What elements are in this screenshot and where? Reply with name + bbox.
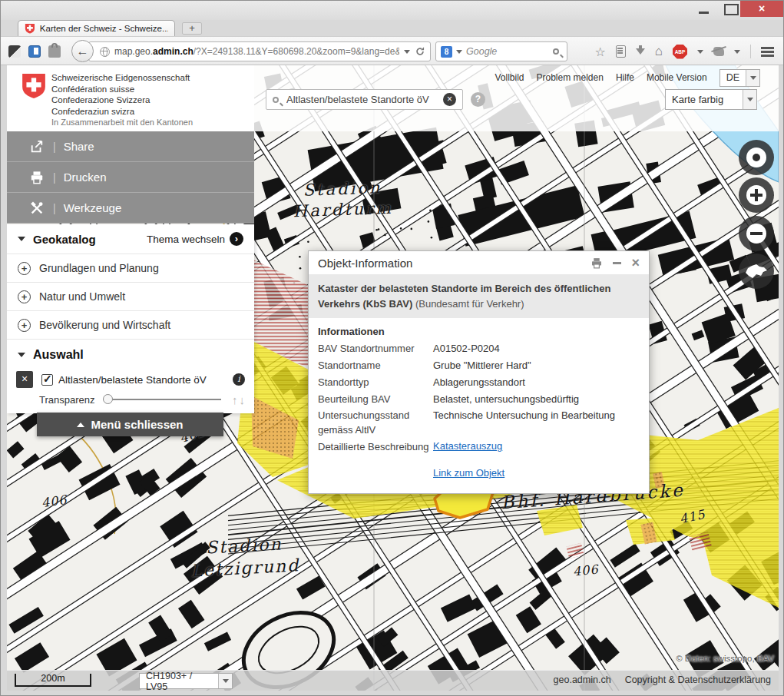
search-help-button[interactable]: ? — [471, 92, 485, 107]
popup-close-icon[interactable]: × — [631, 257, 640, 268]
header-links: Vollbild Problem melden Hilfe Mobile Ver… — [495, 68, 760, 87]
slider-thumb[interactable] — [103, 394, 113, 404]
extension-toolbar-icon[interactable] — [713, 47, 724, 56]
popup-print-icon[interactable] — [590, 257, 603, 269]
layer-info-button[interactable]: i — [233, 373, 245, 386]
copyright-link[interactable]: Copyright & Datenschutzerklärung — [625, 674, 771, 685]
site-identity-icon[interactable] — [100, 47, 110, 57]
info-row: Link zum Objekt — [318, 467, 640, 479]
print-button[interactable]: |Drucken — [7, 162, 254, 193]
zoom-out-button[interactable] — [739, 216, 774, 251]
layer-checkbox[interactable]: ✓ — [41, 374, 53, 386]
geolocate-button[interactable] — [739, 140, 774, 175]
minimize-button[interactable] — [696, 4, 713, 16]
extension-icon-3[interactable] — [48, 45, 61, 58]
scale-bar: 200m — [15, 674, 91, 687]
layer-row: × ✓ Altlasten/belastete Standorte öV i — [7, 370, 254, 389]
info-row: Detaillierte BeschreibungKatasterauszug — [318, 440, 640, 455]
browser-search-bar[interactable]: 8 Google — [435, 41, 567, 61]
transparency-row: Transparenz ↑ ↓ — [7, 389, 254, 409]
new-tab-button[interactable]: + — [182, 22, 202, 35]
extension-dropdown-icon[interactable] — [734, 50, 740, 54]
geocatalog-panel: Geokatalog Thema wechseln › + Grundlagen… — [7, 224, 254, 413]
move-layer-down-icon[interactable]: ↓ — [240, 393, 246, 406]
link-hilfe[interactable]: Hilfe — [616, 72, 634, 83]
maximize-button[interactable] — [724, 4, 739, 15]
sidebar-tools: |Share |Drucken |Werkzeuge — [7, 131, 254, 224]
back-button[interactable]: ← — [71, 40, 94, 62]
close-button[interactable]: × — [740, 1, 783, 17]
arrow-right-circle-icon: › — [230, 232, 243, 246]
auswahl-header[interactable]: Auswahl — [7, 339, 254, 370]
browser-tab[interactable]: Karten der Schweiz - Schweize... — [18, 20, 175, 36]
map-elevation-406b: 406 — [572, 562, 599, 578]
switzerland-outline-icon — [745, 263, 768, 280]
tools-button[interactable]: |Werkzeuge — [7, 193, 254, 224]
category-bevoelkerung[interactable]: + Bevölkerung und Wirtschaft — [7, 310, 254, 339]
expand-plus-icon: + — [18, 290, 31, 303]
map-footer-bar: 200m CH1903+ / LV95 geo.admin.ch Copyrig… — [7, 670, 779, 691]
reload-icon[interactable] — [415, 46, 425, 57]
link-mobile-version[interactable]: Mobile Version — [647, 72, 707, 83]
category-grundlagen[interactable]: + Grundlagen und Planung — [7, 254, 254, 282]
printer-icon — [30, 171, 44, 184]
info-row: StandortnameGrube "Mittlerer Hard" — [318, 359, 640, 373]
swiss-favicon-icon — [25, 23, 35, 34]
bookmarks-list-icon[interactable] — [616, 45, 626, 58]
collapse-icon — [18, 353, 25, 357]
transparency-slider[interactable] — [103, 394, 222, 405]
slider-track[interactable] — [103, 399, 222, 400]
info-row: BAV StandortnummerA01502-P0204 — [318, 342, 640, 356]
change-topic-link[interactable]: Thema wechseln › — [147, 232, 243, 246]
close-menu-button[interactable]: Menü schliessen — [37, 413, 223, 436]
projection-select[interactable]: CH1903+ / LV95 — [139, 673, 233, 689]
titlebar: × — [1, 1, 783, 20]
geokatalog-header[interactable]: Geokatalog Thema wechseln › — [7, 224, 254, 254]
plus-icon — [746, 185, 766, 205]
map-attribution: © Daten: swisstopo, BAV — [676, 654, 774, 663]
overview-switzerland-button[interactable] — [739, 254, 774, 289]
geoadmin-link[interactable]: geo.admin.ch — [554, 674, 611, 685]
language-select[interactable]: DE — [719, 69, 760, 87]
url-dropdown-icon[interactable] — [404, 50, 410, 54]
url-bar[interactable]: map.geo.admin.ch/?X=249138.11&Y=680698.2… — [88, 41, 431, 61]
toolbar-separator — [750, 45, 751, 58]
confederation-names: Schweizerische Eidgenossenschaft Confédé… — [51, 72, 190, 117]
downloads-icon[interactable] — [636, 48, 645, 55]
link-zum-objekt[interactable]: Link zum Objekt — [433, 467, 504, 479]
move-layer-up-icon[interactable]: ↑ — [232, 393, 238, 406]
remove-layer-button[interactable]: × — [16, 371, 33, 388]
site-header: Schweizerische Eidgenossenschaft Confédé… — [7, 65, 779, 131]
collapse-icon — [18, 237, 25, 241]
zoom-in-button[interactable] — [739, 177, 774, 213]
map-style-select[interactable]: Karte farbig — [665, 89, 757, 110]
logo-block: Schweizerische Eidgenossenschaft Confédé… — [7, 65, 254, 131]
object-information-popup: Objekt-Information × Kataster der belast… — [308, 250, 650, 494]
adblock-dropdown-icon[interactable] — [697, 50, 703, 54]
search-value: Altlasten/belastete Standorte öV — [286, 94, 438, 105]
search-go-icon[interactable] — [553, 48, 559, 55]
link-vollbild[interactable]: Vollbild — [495, 72, 524, 83]
menu-icon[interactable] — [761, 47, 774, 57]
share-button[interactable]: |Share — [7, 131, 254, 162]
search-icon — [273, 97, 279, 103]
extension-icon-1[interactable] — [8, 45, 21, 58]
search-engine-icon[interactable]: 8 — [441, 46, 452, 58]
map-search-input[interactable]: Altlasten/belastete Standorte öV × — [266, 89, 463, 110]
browser-window: × Karten der Schweiz - Schweize... + ← m… — [0, 0, 784, 696]
cooperation-note: In Zusammenarbeit mit den Kantonen — [51, 118, 193, 127]
clear-search-button[interactable]: × — [443, 93, 456, 106]
search-placeholder: Google — [466, 46, 549, 57]
map-label-letzigrund: Stadion Letzigrund — [169, 532, 321, 583]
home-icon[interactable]: ⌂ — [655, 45, 663, 58]
info-row: Untersuchungsstand gemäss AltlVTechnisch… — [318, 409, 640, 438]
popup-minimize-icon[interactable] — [613, 262, 621, 264]
extension-icon-2[interactable] — [28, 45, 41, 58]
adblock-icon[interactable]: ABP — [673, 45, 687, 59]
link-problem-melden[interactable]: Problem melden — [537, 72, 604, 83]
category-natur-umwelt[interactable]: + Natur und Umwelt — [7, 282, 254, 310]
katasterauszug-link[interactable]: Katasterauszug — [433, 440, 502, 455]
bookmark-star-icon[interactable]: ☆ — [594, 45, 605, 59]
transparency-label: Transparenz — [39, 394, 95, 406]
search-engine-dropdown-icon[interactable] — [456, 50, 462, 54]
